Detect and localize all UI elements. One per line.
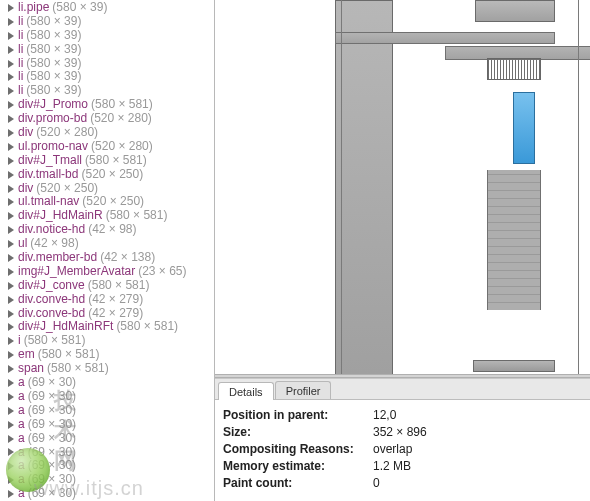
tree-row[interactable]: a(69 × 30) xyxy=(6,459,214,473)
disclosure-triangle-icon[interactable] xyxy=(6,184,15,193)
tree-row[interactable]: a(69 × 30) xyxy=(6,446,214,460)
disclosure-triangle-icon[interactable] xyxy=(6,337,15,346)
details-row: Position in parent:12,0 xyxy=(223,406,582,423)
disclosure-triangle-icon[interactable] xyxy=(6,45,15,54)
tree-row[interactable]: i(580 × 581) xyxy=(6,334,214,348)
svg-marker-26 xyxy=(8,365,14,373)
disclosure-triangle-icon[interactable] xyxy=(6,392,15,401)
disclosure-triangle-icon[interactable] xyxy=(6,226,15,235)
tree-row[interactable]: div.promo-bd(520 × 280) xyxy=(6,112,214,126)
disclosure-triangle-icon[interactable] xyxy=(6,212,15,221)
tree-row[interactable]: ul(42 × 98) xyxy=(6,237,214,251)
details-key: Paint count: xyxy=(223,476,373,490)
tree-row[interactable]: a(69 × 30) xyxy=(6,487,214,501)
disclosure-triangle-icon[interactable] xyxy=(6,378,15,387)
tree-row[interactable]: div#J_HdMainRFt(580 × 581) xyxy=(6,320,214,334)
disclosure-triangle-icon[interactable] xyxy=(6,295,15,304)
tree-row[interactable]: li(580 × 39) xyxy=(6,43,214,57)
tree-row[interactable]: a(69 × 30) xyxy=(6,432,214,446)
tree-row[interactable]: li(580 × 39) xyxy=(6,15,214,29)
tree-row[interactable]: div#J_Tmall(580 × 581) xyxy=(6,154,214,168)
tree-node-label: div#J_Promo xyxy=(18,98,88,112)
tab-profiler[interactable]: Profiler xyxy=(275,381,332,399)
disclosure-triangle-icon[interactable] xyxy=(6,3,15,12)
tree-row[interactable]: div(520 × 250) xyxy=(6,182,214,196)
disclosure-triangle-icon[interactable] xyxy=(6,281,15,290)
tree-row[interactable]: div.member-bd(42 × 138) xyxy=(6,251,214,265)
tree-row[interactable]: a(69 × 30) xyxy=(6,473,214,487)
disclosure-triangle-icon[interactable] xyxy=(6,253,15,262)
disclosure-triangle-icon[interactable] xyxy=(6,170,15,179)
tree-node-label: li xyxy=(18,29,23,43)
tree-node-label: li xyxy=(18,57,23,71)
tree-row[interactable]: div.conve-hd(42 × 279) xyxy=(6,293,214,307)
tree-node-dims: (42 × 98) xyxy=(88,223,136,237)
disclosure-triangle-icon[interactable] xyxy=(6,351,15,360)
disclosure-triangle-icon[interactable] xyxy=(6,309,15,318)
disclosure-triangle-icon[interactable] xyxy=(6,448,15,457)
tree-row[interactable]: div(520 × 280) xyxy=(6,126,214,140)
tree-node-dims: (580 × 39) xyxy=(26,84,81,98)
disclosure-triangle-icon[interactable] xyxy=(6,323,15,332)
tree-row[interactable]: li(580 × 39) xyxy=(6,57,214,71)
tree-row[interactable]: div.tmall-bd(520 × 250) xyxy=(6,168,214,182)
layers-tree: li.pipe(580 × 39)li(580 × 39)li(580 × 39… xyxy=(0,0,214,501)
disclosure-triangle-icon[interactable] xyxy=(6,434,15,443)
tree-node-label: li xyxy=(18,84,23,98)
disclosure-triangle-icon[interactable] xyxy=(6,267,15,276)
disclosure-triangle-icon[interactable] xyxy=(6,462,15,471)
tree-node-label: ul xyxy=(18,237,27,251)
disclosure-triangle-icon[interactable] xyxy=(6,73,15,82)
details-value: 1.2 MB xyxy=(373,459,411,473)
tree-row[interactable]: a(69 × 30) xyxy=(6,390,214,404)
tree-row[interactable]: div#J_conve(580 × 581) xyxy=(6,279,214,293)
tree-node-label: div xyxy=(18,182,33,196)
tree-node-dims: (69 × 30) xyxy=(28,404,76,418)
tree-row[interactable]: li(580 × 39) xyxy=(6,70,214,84)
tree-node-dims: (520 × 280) xyxy=(90,112,152,126)
disclosure-triangle-icon[interactable] xyxy=(6,31,15,40)
tree-row[interactable]: a(69 × 30) xyxy=(6,418,214,432)
disclosure-triangle-icon[interactable] xyxy=(6,420,15,429)
tree-row[interactable]: li.pipe(580 × 39) xyxy=(6,1,214,15)
tree-node-label: ul.tmall-nav xyxy=(18,195,79,209)
tree-row[interactable]: div#J_HdMainR(580 × 581) xyxy=(6,209,214,223)
tree-node-label: a xyxy=(18,459,25,473)
tree-row[interactable]: li(580 × 39) xyxy=(6,84,214,98)
tree-node-dims: (69 × 30) xyxy=(28,376,76,390)
tree-row[interactable]: ul.tmall-nav(520 × 250) xyxy=(6,195,214,209)
disclosure-triangle-icon[interactable] xyxy=(6,17,15,26)
disclosure-triangle-icon[interactable] xyxy=(6,101,15,110)
tree-row[interactable]: em(580 × 581) xyxy=(6,348,214,362)
disclosure-triangle-icon[interactable] xyxy=(6,490,15,499)
disclosure-triangle-icon[interactable] xyxy=(6,240,15,249)
disclosure-triangle-icon[interactable] xyxy=(6,365,15,374)
tree-row[interactable]: div#J_Promo(580 × 581) xyxy=(6,98,214,112)
tree-row[interactable]: div.conve-bd(42 × 279) xyxy=(6,307,214,321)
tree-row[interactable]: a(69 × 30) xyxy=(6,376,214,390)
tree-node-label: span xyxy=(18,362,44,376)
tree-row[interactable]: li(580 × 39) xyxy=(6,29,214,43)
tab-details[interactable]: Details xyxy=(218,382,274,400)
layer-preview-area[interactable] xyxy=(215,0,590,374)
tree-row[interactable]: ul.promo-nav(520 × 280) xyxy=(6,140,214,154)
disclosure-triangle-icon[interactable] xyxy=(6,406,15,415)
svg-marker-0 xyxy=(8,4,14,12)
disclosure-triangle-icon[interactable] xyxy=(6,476,15,485)
tree-node-label: a xyxy=(18,390,25,404)
tree-node-label: li.pipe xyxy=(18,1,49,15)
disclosure-triangle-icon[interactable] xyxy=(6,156,15,165)
tree-row[interactable]: img#J_MemberAvatar(23 × 65) xyxy=(6,265,214,279)
layers-tree-panel[interactable]: li.pipe(580 × 39)li(580 × 39)li(580 × 39… xyxy=(0,0,215,501)
disclosure-triangle-icon[interactable] xyxy=(6,142,15,151)
disclosure-triangle-icon[interactable] xyxy=(6,59,15,68)
disclosure-triangle-icon[interactable] xyxy=(6,87,15,96)
tree-row[interactable]: a(69 × 30) xyxy=(6,404,214,418)
svg-marker-29 xyxy=(8,407,14,415)
disclosure-triangle-icon[interactable] xyxy=(6,115,15,124)
tree-node-dims: (580 × 39) xyxy=(26,57,81,71)
disclosure-triangle-icon[interactable] xyxy=(6,128,15,137)
disclosure-triangle-icon[interactable] xyxy=(6,198,15,207)
tree-row[interactable]: div.notice-hd(42 × 98) xyxy=(6,223,214,237)
tree-row[interactable]: span(580 × 581) xyxy=(6,362,214,376)
